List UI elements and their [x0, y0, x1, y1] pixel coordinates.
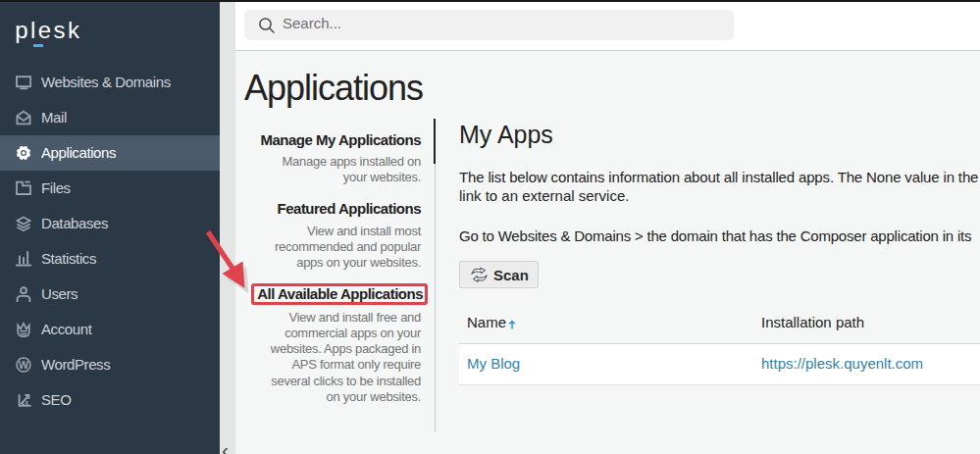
svg-text:W: W: [19, 359, 29, 371]
